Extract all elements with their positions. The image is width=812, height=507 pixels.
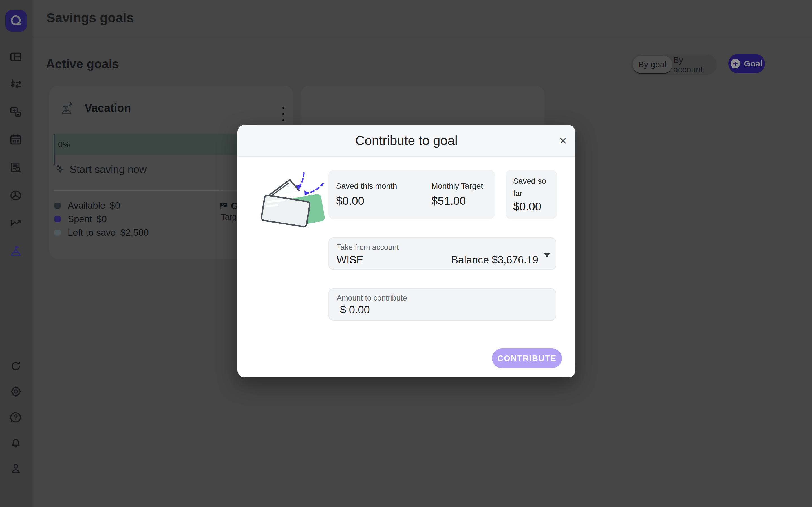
line-chart-icon — [9, 217, 22, 230]
legend-label: Available — [68, 200, 105, 211]
refresh-icon — [9, 360, 22, 373]
dashboard-icon — [9, 50, 22, 63]
calendar-icon — [9, 133, 22, 146]
checkered-flag-icon — [219, 202, 228, 210]
saved-so-far-box: Saved so far $0.00 — [506, 170, 557, 219]
available-swatch — [54, 203, 61, 209]
page-title: Savings goals — [47, 10, 134, 25]
start-saving-cta[interactable]: Start saving now — [70, 164, 147, 175]
left-to-save-swatch — [54, 230, 61, 236]
top-bar: Savings goals — [32, 0, 812, 36]
sidebar-item-profile[interactable] — [9, 462, 22, 474]
account-select-label: Take from account — [337, 243, 399, 252]
sidebar-item-transfers[interactable] — [9, 78, 22, 91]
sidebar-item-help[interactable] — [9, 411, 22, 424]
person-icon — [9, 462, 22, 474]
toggle-by-goal[interactable]: By goal — [633, 56, 672, 74]
legend-label: Left to save — [68, 227, 116, 238]
goal-progress-marker — [54, 134, 55, 165]
logo-q-icon — [10, 14, 22, 27]
plus-circle-icon: + — [730, 59, 740, 68]
active-goals-heading: Active goals — [46, 57, 119, 71]
sidebar-item-settings[interactable] — [9, 385, 22, 398]
mountain-goal-icon — [9, 244, 22, 258]
sidebar-item-refresh[interactable] — [9, 360, 22, 373]
caret-down-icon — [543, 252, 551, 257]
account-balance: Balance $3,676.19 — [451, 254, 538, 266]
monthly-target-value: $51.00 — [432, 194, 466, 207]
add-goal-button[interactable]: + Goal — [728, 54, 765, 73]
amount-input-label: Amount to contribute — [337, 294, 407, 302]
sidebar-item-dashboard[interactable] — [9, 50, 22, 63]
sidebar-item-reports[interactable] — [9, 161, 22, 174]
sidebar-item-spending[interactable] — [9, 189, 22, 202]
amount-input-value: $ 0.00 — [340, 304, 370, 316]
sidebar-item-accounts[interactable] — [9, 106, 22, 119]
amount-input[interactable]: Amount to contribute $ 0.00 — [328, 288, 556, 321]
monthly-target-label: Monthly Target — [432, 182, 483, 191]
legend-label: Spent — [68, 214, 92, 224]
take-from-account-select[interactable]: Take from account WISE Balance $3,676.19 — [328, 237, 556, 270]
legend-value: $0 — [110, 200, 120, 211]
account-name: WISE — [337, 254, 363, 266]
goal-card-title: Vacation — [85, 102, 131, 114]
spent-swatch — [54, 216, 61, 222]
contribute-modal: Contribute to goal × Saved — [238, 125, 575, 378]
report-search-icon — [9, 161, 22, 174]
sidebar-item-calendar[interactable] — [9, 133, 22, 146]
sparkles-icon — [55, 164, 67, 175]
sidebar — [0, 0, 32, 507]
add-goal-label: Goal — [744, 59, 763, 68]
dollar-transfer-icon — [9, 78, 22, 91]
help-icon — [9, 411, 22, 424]
legend-row-left-to-save: Left to save $2,500 — [54, 227, 149, 238]
contribute-button[interactable]: CONTRIBUTE — [492, 348, 562, 368]
gear-icon — [9, 385, 22, 398]
close-icon[interactable]: × — [555, 132, 571, 149]
pie-chart-icon — [9, 189, 22, 202]
beach-vacation-icon — [60, 101, 75, 115]
bell-icon — [9, 436, 22, 449]
modal-header: Contribute to goal × — [238, 125, 575, 157]
monthly-stats-box: Saved this month $0.00 Monthly Target $5… — [328, 170, 495, 219]
toggle-by-account[interactable]: By account — [673, 56, 715, 74]
sidebar-item-goals-active[interactable] — [9, 244, 22, 258]
legend-row-available: Available $0 — [54, 200, 120, 211]
sidebar-item-trends[interactable] — [9, 217, 22, 230]
modal-title: Contribute to goal — [238, 133, 575, 148]
goal-progress-percent: 0% — [58, 140, 70, 149]
legend-value: $2,500 — [120, 227, 149, 238]
saved-this-month-value: $0.00 — [336, 194, 364, 207]
legend-value: $0 — [96, 214, 107, 224]
accounts-icon — [9, 106, 22, 119]
saved-this-month-label: Saved this month — [336, 182, 397, 191]
app-window: Savings goals Active goals By goal By ac… — [0, 0, 812, 507]
view-toggle: By goal By account — [631, 55, 717, 75]
saved-so-far-value: $0.00 — [513, 200, 541, 213]
wallet-illustration — [257, 172, 329, 233]
sidebar-item-notifications[interactable] — [9, 436, 22, 449]
legend-row-spent: Spent $0 — [54, 214, 107, 224]
saved-so-far-label: Saved so far — [513, 175, 551, 200]
app-logo[interactable] — [5, 10, 27, 32]
goal-card-menu-button[interactable] — [278, 106, 289, 122]
